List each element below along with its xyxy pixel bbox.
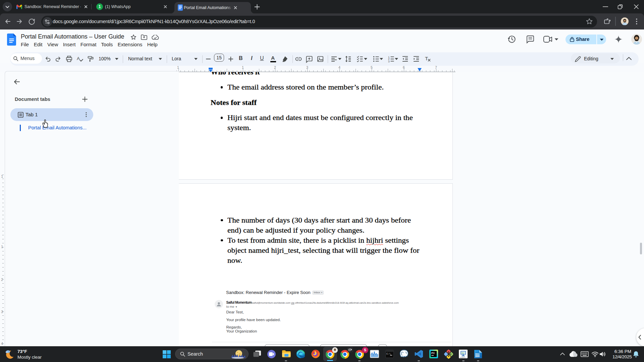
svg-text:A: A: [77, 56, 80, 61]
svg-text:PC: PC: [431, 352, 435, 355]
svg-text:Go!: Go!: [462, 352, 465, 354]
svg-text:3: 3: [388, 60, 390, 63]
svg-text:T: T: [425, 56, 428, 61]
svg-text:C:\: C:\: [386, 353, 391, 355]
svg-text:TaskPro: TaskPro: [460, 357, 466, 358]
